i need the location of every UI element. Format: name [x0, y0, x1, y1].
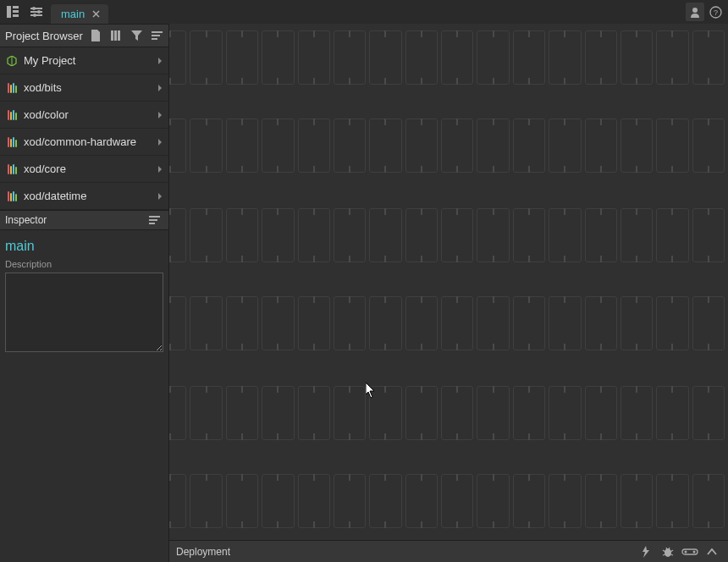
tree-item-lib[interactable]: xod/common-hardware [0, 129, 168, 156]
node-slot[interactable] [585, 118, 617, 173]
node-slot[interactable] [226, 208, 258, 262]
node-slot[interactable] [549, 386, 581, 440]
node-slot[interactable] [549, 118, 581, 173]
node-slot[interactable] [169, 30, 186, 85]
node-slot[interactable] [477, 386, 509, 440]
node-slot[interactable] [169, 296, 186, 350]
tree-item-lib[interactable]: xod/datetime [0, 183, 168, 210]
node-slot[interactable] [262, 296, 294, 350]
panel-left-toggle[interactable] [3, 3, 22, 21]
node-slot[interactable] [585, 474, 617, 528]
node-slot[interactable] [262, 30, 294, 85]
node-slot[interactable] [226, 474, 258, 528]
node-slot[interactable] [405, 474, 438, 528]
node-slot[interactable] [190, 296, 222, 350]
debug-icon[interactable] [659, 544, 677, 559]
node-slot[interactable] [226, 386, 258, 440]
node-slot[interactable] [656, 208, 688, 262]
node-slot[interactable] [692, 386, 725, 440]
node-slot[interactable] [334, 474, 366, 528]
node-slot[interactable] [656, 386, 688, 440]
node-slot[interactable] [620, 208, 653, 262]
node-slot[interactable] [226, 30, 258, 85]
node-slot[interactable] [190, 474, 222, 528]
new-patch-icon[interactable] [87, 27, 104, 44]
node-slot[interactable] [405, 30, 438, 85]
account-button[interactable] [686, 3, 704, 21]
inspector-description-input[interactable] [5, 273, 163, 352]
node-slot[interactable] [656, 474, 688, 528]
tree-item-lib[interactable]: xod/core [0, 156, 168, 183]
node-slot[interactable] [334, 208, 366, 262]
tab-main[interactable]: main [51, 4, 108, 24]
node-slot[interactable] [513, 118, 545, 173]
node-slot[interactable] [477, 474, 509, 528]
node-slot[interactable] [656, 30, 688, 85]
node-slot[interactable] [369, 208, 401, 262]
node-slot[interactable] [190, 118, 222, 173]
node-slot[interactable] [405, 386, 438, 440]
node-slot[interactable] [692, 30, 725, 85]
node-slot[interactable] [585, 296, 617, 350]
node-slot[interactable] [549, 474, 581, 528]
simulate-icon[interactable] [681, 544, 699, 559]
node-slot[interactable] [298, 386, 330, 440]
help-button[interactable]: ? [706, 3, 725, 21]
node-slot[interactable] [585, 386, 617, 440]
node-slot[interactable] [477, 118, 509, 173]
node-slot[interactable] [169, 208, 186, 262]
node-slot[interactable] [549, 208, 581, 262]
node-slot[interactable] [369, 296, 401, 350]
tab-close-icon[interactable] [90, 8, 102, 20]
node-slot[interactable] [226, 296, 258, 350]
node-slot[interactable] [620, 474, 653, 528]
node-slot[interactable] [549, 296, 581, 350]
node-slot[interactable] [692, 296, 725, 350]
node-slot[interactable] [620, 296, 653, 350]
node-slot[interactable] [262, 474, 294, 528]
node-slot[interactable] [298, 296, 330, 350]
node-slot[interactable] [369, 386, 401, 440]
node-slot[interactable] [334, 30, 366, 85]
node-slot[interactable] [549, 30, 581, 85]
node-slot[interactable] [692, 118, 725, 173]
node-slot[interactable] [477, 208, 509, 262]
node-slot[interactable] [262, 118, 294, 173]
filter-icon[interactable] [128, 27, 145, 44]
expand-panel-icon[interactable] [703, 544, 721, 559]
node-slot[interactable] [298, 30, 330, 85]
node-slot[interactable] [262, 208, 294, 262]
patch-canvas[interactable] [169, 24, 728, 562]
node-slot[interactable] [620, 386, 653, 440]
node-slot[interactable] [692, 474, 725, 528]
node-slot[interactable] [169, 118, 186, 173]
node-slot[interactable] [298, 208, 330, 262]
node-slot[interactable] [169, 474, 186, 528]
node-slot[interactable] [441, 296, 473, 350]
node-slot[interactable] [190, 208, 222, 262]
node-slot[interactable] [405, 296, 438, 350]
node-slot[interactable] [190, 386, 222, 440]
node-slot[interactable] [620, 118, 653, 173]
node-slot[interactable] [334, 296, 366, 350]
node-slot[interactable] [441, 474, 473, 528]
node-slot[interactable] [298, 118, 330, 173]
node-slot[interactable] [620, 30, 653, 85]
node-slot[interactable] [656, 296, 688, 350]
node-slot[interactable] [441, 30, 473, 85]
node-slot[interactable] [334, 386, 366, 440]
node-slot[interactable] [334, 118, 366, 173]
node-slot[interactable] [692, 208, 725, 262]
node-slot[interactable] [169, 386, 186, 440]
node-slot[interactable] [513, 208, 545, 262]
node-slot[interactable] [369, 474, 401, 528]
tree-item-lib[interactable]: xod/bits [0, 74, 168, 102]
node-slot[interactable] [585, 208, 617, 262]
node-slot[interactable] [369, 118, 401, 173]
panel-menu-icon[interactable] [148, 27, 165, 44]
node-slot[interactable] [441, 118, 473, 173]
node-slot[interactable] [405, 118, 438, 173]
node-slot[interactable] [262, 386, 294, 440]
tree-item-my-project[interactable]: My Project [0, 47, 168, 74]
node-slot[interactable] [513, 30, 545, 85]
